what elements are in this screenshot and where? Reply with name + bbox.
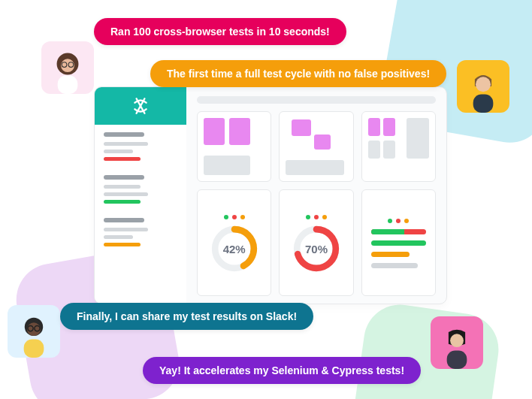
card-3 — [361, 111, 436, 182]
status-dots — [388, 219, 409, 223]
stat-donut-2: 70% — [279, 189, 353, 296]
bubble-1: Ran 100 cross-browser tests in 10 second… — [94, 18, 346, 45]
bubble-2: The first time a full test cycle with no… — [150, 60, 446, 87]
sidebar — [95, 87, 186, 304]
bar-1 — [371, 229, 426, 234]
sidebar-group-2 — [95, 168, 186, 210]
svg-rect-17 — [447, 351, 467, 369]
stat-donut-1: 42% — [197, 189, 271, 296]
svg-rect-13 — [24, 340, 44, 358]
donut-chart-1: 42% — [211, 225, 258, 272]
card-1 — [197, 111, 271, 182]
avatar-top-right — [457, 60, 509, 113]
svg-rect-6 — [58, 76, 78, 94]
avatar-bottom-left — [8, 305, 60, 358]
svg-point-9 — [476, 77, 491, 92]
bubble-3: Finally, I can share my test results on … — [60, 303, 313, 330]
stat-bars — [361, 189, 436, 296]
bar-group — [368, 229, 429, 268]
svg-point-12 — [27, 322, 41, 336]
status-dots — [224, 215, 245, 219]
svg-rect-10 — [473, 95, 494, 113]
bar-4 — [371, 263, 418, 268]
sidebar-status-green — [104, 200, 141, 204]
bar-2 — [371, 240, 426, 246]
sidebar-status-red — [104, 157, 141, 161]
svg-point-16 — [450, 334, 464, 347]
card-2 — [279, 111, 353, 182]
bar-3 — [371, 252, 410, 257]
sidebar-group-3 — [95, 210, 186, 253]
bubble-4: Yay! It accelerates my Selenium & Cypres… — [143, 357, 421, 384]
dashboard-stats-row: 42% 70% — [197, 189, 436, 296]
dashboard-topbar — [197, 96, 436, 104]
logo — [95, 87, 186, 125]
status-dots — [306, 215, 327, 219]
svg-point-5 — [61, 59, 74, 72]
dashboard-window: 42% 70% — [94, 86, 447, 304]
sidebar-status-amber — [104, 243, 141, 246]
donut-chart-2: 70% — [293, 225, 340, 272]
donut-2-value: 70% — [293, 225, 340, 272]
dashboard-cards-row — [197, 111, 436, 182]
donut-1-value: 42% — [211, 225, 258, 272]
avatar-top-left — [41, 41, 94, 94]
dashboard-main: 42% 70% — [186, 87, 446, 304]
sidebar-group-1 — [95, 125, 186, 168]
avatar-bottom-right — [431, 316, 483, 369]
